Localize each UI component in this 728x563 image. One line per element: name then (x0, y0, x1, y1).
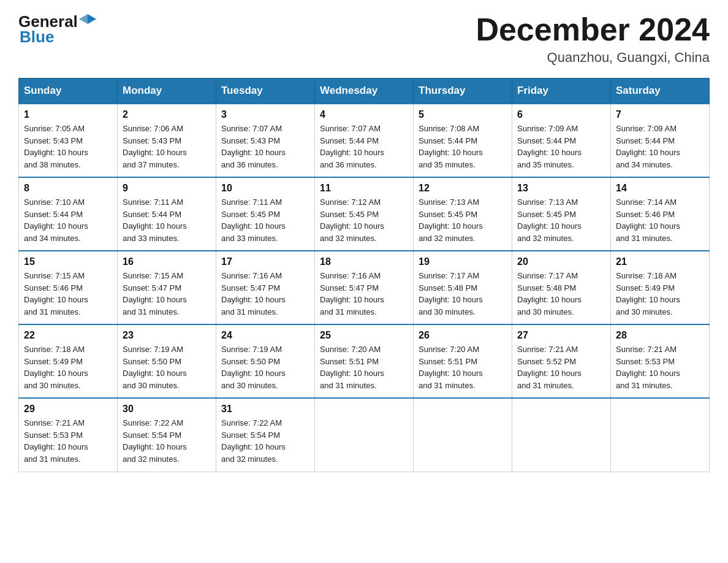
day-number: 5 (419, 109, 507, 120)
calendar-cell: 21 Sunrise: 7:18 AMSunset: 5:49 PMDaylig… (611, 251, 710, 324)
page-title: December 2024 (476, 12, 710, 47)
day-number: 25 (320, 330, 408, 341)
logo-blue-text: Blue (20, 28, 54, 47)
day-info: Sunrise: 7:21 AMSunset: 5:53 PMDaylight:… (616, 343, 704, 391)
day-info: Sunrise: 7:18 AMSunset: 5:49 PMDaylight:… (24, 343, 112, 391)
day-number: 3 (221, 109, 309, 120)
weekday-header-tuesday: Tuesday (216, 79, 315, 104)
calendar-cell: 3 Sunrise: 7:07 AMSunset: 5:43 PMDayligh… (216, 104, 315, 177)
day-number: 13 (517, 183, 605, 194)
location-subtitle: Quanzhou, Guangxi, China (476, 50, 710, 66)
weekday-header-sunday: Sunday (19, 79, 118, 104)
day-number: 21 (616, 256, 704, 267)
calendar-cell: 6 Sunrise: 7:09 AMSunset: 5:44 PMDayligh… (512, 104, 611, 177)
day-info: Sunrise: 7:08 AMSunset: 5:44 PMDaylight:… (419, 123, 507, 170)
day-info: Sunrise: 7:13 AMSunset: 5:45 PMDaylight:… (517, 196, 605, 244)
day-number: 8 (24, 183, 112, 194)
calendar-week-row: 15 Sunrise: 7:15 AMSunset: 5:46 PMDaylig… (19, 251, 710, 324)
weekday-header-saturday: Saturday (611, 79, 710, 104)
day-info: Sunrise: 7:15 AMSunset: 5:47 PMDaylight:… (123, 270, 211, 318)
day-info: Sunrise: 7:07 AMSunset: 5:44 PMDaylight:… (320, 123, 408, 170)
day-number: 11 (320, 183, 408, 194)
svg-marker-0 (88, 14, 96, 24)
day-number: 26 (419, 330, 507, 341)
calendar-week-row: 8 Sunrise: 7:10 AMSunset: 5:44 PMDayligh… (19, 177, 710, 251)
day-info: Sunrise: 7:17 AMSunset: 5:48 PMDaylight:… (517, 270, 605, 318)
calendar-cell: 26 Sunrise: 7:20 AMSunset: 5:51 PMDaylig… (414, 324, 512, 398)
day-number: 2 (123, 109, 211, 120)
calendar-cell: 17 Sunrise: 7:16 AMSunset: 5:47 PMDaylig… (216, 251, 315, 324)
calendar-cell: 18 Sunrise: 7:16 AMSunset: 5:47 PMDaylig… (315, 251, 414, 324)
calendar-cell: 9 Sunrise: 7:11 AMSunset: 5:44 PMDayligh… (118, 177, 216, 251)
calendar-cell (315, 398, 414, 472)
calendar-cell: 13 Sunrise: 7:13 AMSunset: 5:45 PMDaylig… (512, 177, 611, 251)
day-info: Sunrise: 7:22 AMSunset: 5:54 PMDaylight:… (123, 417, 211, 465)
day-number: 15 (24, 256, 112, 267)
calendar-cell: 23 Sunrise: 7:19 AMSunset: 5:50 PMDaylig… (118, 324, 216, 398)
day-number: 10 (221, 183, 309, 194)
calendar-cell: 27 Sunrise: 7:21 AMSunset: 5:52 PMDaylig… (512, 324, 611, 398)
day-info: Sunrise: 7:16 AMSunset: 5:47 PMDaylight:… (320, 270, 408, 318)
calendar-week-row: 22 Sunrise: 7:18 AMSunset: 5:49 PMDaylig… (19, 324, 710, 398)
day-info: Sunrise: 7:13 AMSunset: 5:45 PMDaylight:… (419, 196, 507, 244)
day-number: 27 (517, 330, 605, 341)
day-info: Sunrise: 7:21 AMSunset: 5:53 PMDaylight:… (24, 417, 112, 465)
day-info: Sunrise: 7:22 AMSunset: 5:54 PMDaylight:… (221, 417, 309, 465)
weekday-header-wednesday: Wednesday (315, 79, 414, 104)
weekday-header-friday: Friday (512, 79, 611, 104)
day-info: Sunrise: 7:11 AMSunset: 5:45 PMDaylight:… (221, 196, 309, 244)
title-block: December 2024 Quanzhou, Guangxi, China (476, 12, 710, 66)
day-info: Sunrise: 7:16 AMSunset: 5:47 PMDaylight:… (221, 270, 309, 318)
calendar-cell: 28 Sunrise: 7:21 AMSunset: 5:53 PMDaylig… (611, 324, 710, 398)
calendar-week-row: 29 Sunrise: 7:21 AMSunset: 5:53 PMDaylig… (19, 398, 710, 472)
calendar-cell: 10 Sunrise: 7:11 AMSunset: 5:45 PMDaylig… (216, 177, 315, 251)
logo-flag-icon (79, 13, 96, 30)
day-info: Sunrise: 7:17 AMSunset: 5:48 PMDaylight:… (419, 270, 507, 318)
day-number: 24 (221, 330, 309, 341)
day-info: Sunrise: 7:19 AMSunset: 5:50 PMDaylight:… (123, 343, 211, 391)
day-info: Sunrise: 7:06 AMSunset: 5:43 PMDaylight:… (123, 123, 211, 170)
day-number: 1 (24, 109, 112, 120)
day-number: 9 (123, 183, 211, 194)
calendar-cell: 22 Sunrise: 7:18 AMSunset: 5:49 PMDaylig… (19, 324, 118, 398)
calendar-cell: 25 Sunrise: 7:20 AMSunset: 5:51 PMDaylig… (315, 324, 414, 398)
day-number: 19 (419, 256, 507, 267)
calendar-cell: 15 Sunrise: 7:15 AMSunset: 5:46 PMDaylig… (19, 251, 118, 324)
weekday-header-thursday: Thursday (414, 79, 512, 104)
calendar-cell: 7 Sunrise: 7:09 AMSunset: 5:44 PMDayligh… (611, 104, 710, 177)
day-info: Sunrise: 7:05 AMSunset: 5:43 PMDaylight:… (24, 123, 112, 170)
calendar-cell: 29 Sunrise: 7:21 AMSunset: 5:53 PMDaylig… (19, 398, 118, 472)
page-header: General Blue December 2024 Quanzhou, Gua… (18, 12, 710, 66)
day-number: 28 (616, 330, 704, 341)
day-number: 20 (517, 256, 605, 267)
day-info: Sunrise: 7:14 AMSunset: 5:46 PMDaylight:… (616, 196, 704, 244)
day-info: Sunrise: 7:10 AMSunset: 5:44 PMDaylight:… (24, 196, 112, 244)
calendar-cell (512, 398, 611, 472)
day-info: Sunrise: 7:15 AMSunset: 5:46 PMDaylight:… (24, 270, 112, 318)
day-number: 7 (616, 109, 704, 120)
day-number: 17 (221, 256, 309, 267)
calendar-cell (611, 398, 710, 472)
day-number: 31 (221, 404, 309, 415)
day-number: 6 (517, 109, 605, 120)
calendar-cell: 5 Sunrise: 7:08 AMSunset: 5:44 PMDayligh… (414, 104, 512, 177)
day-number: 30 (123, 404, 211, 415)
day-info: Sunrise: 7:21 AMSunset: 5:52 PMDaylight:… (517, 343, 605, 391)
calendar-cell: 12 Sunrise: 7:13 AMSunset: 5:45 PMDaylig… (414, 177, 512, 251)
calendar-cell (414, 398, 512, 472)
day-info: Sunrise: 7:19 AMSunset: 5:50 PMDaylight:… (221, 343, 309, 391)
calendar-week-row: 1 Sunrise: 7:05 AMSunset: 5:43 PMDayligh… (19, 104, 710, 177)
day-info: Sunrise: 7:07 AMSunset: 5:43 PMDaylight:… (221, 123, 309, 170)
day-info: Sunrise: 7:18 AMSunset: 5:49 PMDaylight:… (616, 270, 704, 318)
day-number: 29 (24, 404, 112, 415)
day-info: Sunrise: 7:12 AMSunset: 5:45 PMDaylight:… (320, 196, 408, 244)
calendar-cell: 24 Sunrise: 7:19 AMSunset: 5:50 PMDaylig… (216, 324, 315, 398)
day-info: Sunrise: 7:09 AMSunset: 5:44 PMDaylight:… (517, 123, 605, 170)
calendar-cell: 1 Sunrise: 7:05 AMSunset: 5:43 PMDayligh… (19, 104, 118, 177)
day-info: Sunrise: 7:11 AMSunset: 5:44 PMDaylight:… (123, 196, 211, 244)
logo: General Blue (18, 12, 96, 47)
weekday-header-row: SundayMondayTuesdayWednesdayThursdayFrid… (19, 79, 710, 104)
calendar-cell: 16 Sunrise: 7:15 AMSunset: 5:47 PMDaylig… (118, 251, 216, 324)
day-info: Sunrise: 7:20 AMSunset: 5:51 PMDaylight:… (320, 343, 408, 391)
calendar-cell: 30 Sunrise: 7:22 AMSunset: 5:54 PMDaylig… (118, 398, 216, 472)
